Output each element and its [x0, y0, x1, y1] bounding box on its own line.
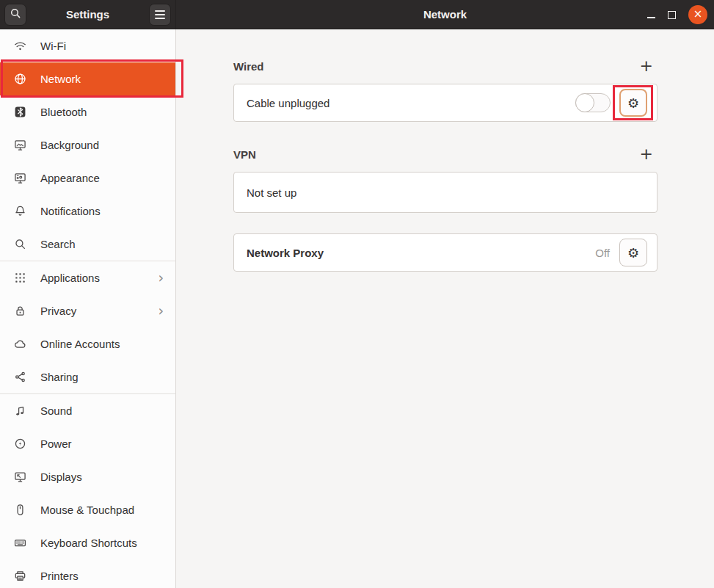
sound-icon [14, 404, 26, 417]
network-proxy-row: Network Proxy Off ⚙ [234, 234, 657, 271]
sidebar-item-online-accounts[interactable]: Online Accounts [0, 327, 175, 360]
wired-settings-gear-button[interactable]: ⚙ [619, 89, 647, 117]
sidebar-item-label: Online Accounts [40, 338, 120, 350]
add-vpn-button[interactable]: + [640, 148, 653, 161]
proxy-settings-gear-button[interactable]: ⚙ [619, 239, 647, 266]
globe-icon [14, 73, 26, 85]
network-proxy-card: Network Proxy Off ⚙ [233, 233, 657, 272]
settings-window: Settings Network × Wi-FiNetworkBluetooth… [0, 0, 714, 588]
search-button[interactable] [4, 4, 26, 26]
wired-section-title: Wired [233, 60, 264, 73]
sidebar-title: Settings [29, 8, 146, 21]
app-grid-icon [14, 272, 26, 284]
window-controls: × [647, 0, 707, 29]
lock-icon [14, 305, 26, 317]
sidebar-item-mouse-touchpad[interactable]: Mouse & Touchpad [0, 493, 175, 526]
sidebar-item-appearance[interactable]: Appearance [0, 161, 175, 195]
sidebar-item-label: Appearance [40, 172, 100, 184]
hamburger-icon [155, 10, 165, 19]
sidebar-item-label: Bluetooth [40, 106, 87, 118]
mouse-icon [14, 504, 26, 516]
search-icon [10, 7, 21, 21]
sidebar-item-keyboard-shortcuts[interactable]: Keyboard Shortcuts [0, 526, 175, 559]
sidebar-item-network[interactable]: Network [0, 62, 175, 95]
wired-toggle[interactable] [575, 93, 611, 112]
wired-row-controls: ⚙ [575, 89, 647, 117]
maximize-button[interactable] [668, 11, 676, 19]
sidebar-item-label: Privacy [40, 305, 76, 317]
sidebar-item-label: Sound [40, 404, 72, 417]
sidebar-list: Wi-FiNetworkBluetoothBackgroundAppearanc… [0, 29, 175, 588]
proxy-status-badge: Off [595, 247, 610, 259]
proxy-row-controls: Off ⚙ [595, 239, 647, 266]
toggle-knob [575, 93, 594, 112]
sidebar-item-wi-fi[interactable]: Wi-Fi [0, 29, 175, 62]
sidebar-item-label: Sharing [40, 371, 79, 383]
sidebar-headerbar: Settings [0, 0, 176, 29]
sidebar-item-privacy[interactable]: Privacy› [0, 294, 175, 327]
content-headerbar: Network × [176, 0, 714, 29]
sidebar-item-label: Background [40, 139, 99, 151]
sidebar-item-bluetooth[interactable]: Bluetooth [0, 95, 175, 128]
sidebar: Wi-FiNetworkBluetoothBackgroundAppearanc… [0, 29, 176, 588]
wired-status-label: Cable unplugged [247, 97, 329, 109]
display-icon [14, 471, 26, 483]
sidebar-item-label: Printers [40, 570, 79, 582]
power-icon [14, 438, 26, 450]
bell-icon [14, 205, 26, 217]
page-title: Network [423, 8, 467, 21]
minimize-button[interactable] [647, 17, 655, 18]
sidebar-item-applications[interactable]: Applications› [0, 261, 175, 294]
vpn-section-header: VPN + [233, 147, 657, 161]
vpn-section-title: VPN [233, 148, 256, 161]
sidebar-item-background[interactable]: Background [0, 128, 175, 161]
sidebar-item-label: Keyboard Shortcuts [40, 537, 137, 549]
sidebar-item-sound[interactable]: Sound [0, 394, 175, 427]
sidebar-item-label: Wi-Fi [40, 40, 66, 52]
wifi-icon [14, 40, 26, 52]
wired-section-header: Wired + [233, 59, 657, 73]
chevron-right-icon: › [158, 271, 167, 285]
sidebar-item-label: Notifications [40, 205, 101, 217]
wired-card: Cable unplugged ⚙ [233, 84, 657, 122]
sidebar-item-notifications[interactable]: Notifications [0, 195, 175, 228]
sidebar-item-label: Network [40, 73, 81, 85]
network-panel-content: Wired + Cable unplugged ⚙ [233, 59, 657, 272]
annotation-box-network [1, 59, 183, 98]
sidebar-item-power[interactable]: Power [0, 427, 175, 460]
keyboard-icon [14, 537, 26, 549]
cloud-icon [14, 338, 26, 350]
sidebar-item-printers[interactable]: Printers [0, 559, 175, 588]
wired-settings-wrap: ⚙ [619, 89, 647, 117]
sidebar-item-search[interactable]: Search [0, 228, 175, 261]
appearance-icon [14, 172, 26, 184]
chevron-right-icon: › [158, 304, 167, 318]
vpn-card: Not set up [233, 172, 657, 213]
headerbar: Settings Network × [0, 0, 714, 29]
vpn-status-label: Not set up [247, 186, 296, 199]
bluetooth-icon [14, 106, 26, 118]
share-icon [14, 371, 26, 383]
sidebar-item-label: Search [40, 238, 76, 250]
wired-row: Cable unplugged ⚙ [234, 84, 657, 121]
menu-button[interactable] [149, 4, 171, 26]
vpn-row[interactable]: Not set up [234, 173, 657, 212]
sidebar-item-displays[interactable]: Displays [0, 460, 175, 493]
proxy-settings-wrap: ⚙ [619, 239, 647, 266]
sidebar-item-label: Displays [40, 471, 82, 483]
network-proxy-label: Network Proxy [247, 247, 324, 259]
sidebar-item-label: Mouse & Touchpad [40, 504, 134, 516]
sidebar-item-label: Power [40, 438, 72, 450]
sidebar-item-sharing[interactable]: Sharing [0, 360, 175, 393]
printer-icon [14, 570, 26, 582]
close-button[interactable]: × [688, 5, 707, 24]
main-panel: Wired + Cable unplugged ⚙ [177, 29, 714, 588]
sidebar-item-label: Applications [40, 272, 100, 284]
magnifier-icon [14, 238, 26, 250]
add-wired-connection-button[interactable]: + [640, 59, 653, 73]
background-icon [14, 139, 26, 151]
